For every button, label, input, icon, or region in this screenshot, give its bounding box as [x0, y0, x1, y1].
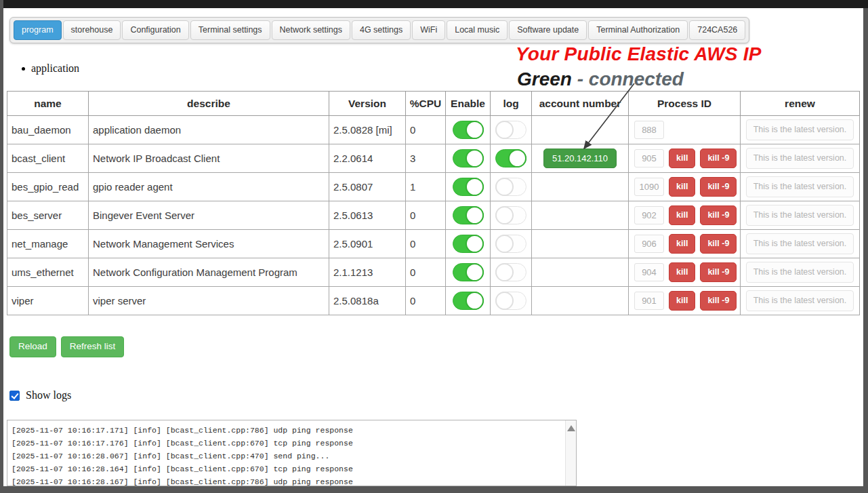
tab-label: storehouse — [71, 25, 113, 35]
log-toggle[interactable] — [495, 178, 526, 196]
kill9-button[interactable]: kill -9 — [700, 234, 737, 254]
enable-toggle[interactable] — [453, 235, 484, 253]
kill-button[interactable]: kill — [669, 177, 695, 197]
tab-label: 4G settings — [360, 25, 402, 35]
process-id-box: 905 — [634, 149, 664, 167]
log-toggle[interactable] — [495, 292, 526, 310]
toggle-knob — [466, 121, 484, 139]
table-row-net-manage: net_manage Network Management Services 2… — [7, 230, 860, 258]
kill9-button[interactable]: kill -9 — [700, 149, 737, 168]
cell-describe: application daemon — [89, 116, 329, 144]
action-buttons: Reload Refresh list — [9, 336, 124, 357]
cell-name: bes_gpio_read — [7, 173, 89, 201]
annotation-connected-word: - connected — [577, 68, 684, 90]
kill-button[interactable]: kill — [669, 234, 695, 254]
toggle-knob — [466, 149, 484, 167]
table-row-ums-ethernet: ums_ethernet Network Configuration Manag… — [7, 258, 860, 287]
cell-version: 2.5.0613 — [329, 201, 406, 230]
tab-local-music[interactable]: Local music — [447, 20, 508, 40]
tab-label: Local music — [455, 25, 499, 35]
renew-status: This is the latest version. — [746, 205, 854, 226]
cell-name: net_manage — [7, 230, 89, 258]
renew-status: This is the latest version. — [746, 233, 854, 254]
tab-terminal-authorization[interactable]: Terminal Authorization — [588, 20, 688, 40]
toggle-knob — [495, 206, 514, 224]
enable-toggle[interactable] — [453, 292, 484, 310]
bullet-icon — [22, 67, 25, 71]
tab-program[interactable]: program — [14, 20, 62, 40]
process-id-box: 901 — [634, 292, 664, 310]
show-logs-control: Show logs — [9, 389, 71, 401]
cell-cpu: 1 — [406, 173, 446, 201]
toggle-knob — [466, 263, 484, 281]
scroll-up-icon[interactable] — [567, 425, 575, 431]
log-lines: [2025-11-07 10:16:17.171] [info] [bcast_… — [7, 420, 576, 486]
reload-button[interactable]: Reload — [9, 336, 56, 357]
tab-label: WiFi — [420, 25, 437, 35]
log-line: [2025-11-07 10:16:28.167] [info] [bcast_… — [12, 475, 572, 486]
window-top-border — [3, 0, 868, 8]
kill9-button[interactable]: kill -9 — [700, 205, 737, 225]
tab-storehouse[interactable]: storehouse — [63, 20, 121, 40]
toggle-knob — [466, 178, 484, 196]
tab-terminal-settings[interactable]: Terminal settings — [190, 20, 270, 40]
enable-toggle[interactable] — [453, 121, 484, 139]
enable-toggle[interactable] — [453, 206, 484, 224]
refresh-list-button[interactable]: Refresh list — [61, 336, 125, 357]
table-header-row: namedescribeVersion%CPUEnablelogaccount … — [7, 92, 860, 116]
log-toggle[interactable] — [495, 121, 526, 139]
toggle-knob — [495, 235, 514, 253]
column-header--cpu: %CPU — [406, 92, 446, 116]
kill9-button[interactable]: kill -9 — [700, 177, 737, 197]
column-header-log: log — [491, 92, 532, 116]
tab-wifi[interactable]: WiFi — [412, 20, 445, 40]
tab-software-update[interactable]: Software update — [509, 20, 587, 40]
annotation-line2: Green - connected — [517, 68, 684, 90]
toggle-knob — [466, 235, 484, 253]
log-toggle[interactable] — [495, 263, 526, 281]
tab-724ca526[interactable]: 724CA526 — [689, 20, 745, 40]
process-id-box: 1090 — [634, 178, 664, 196]
tab-network-settings[interactable]: Network settings — [272, 20, 350, 40]
column-header-name: name — [7, 92, 89, 116]
process-id-box: 902 — [634, 206, 664, 224]
cell-cpu: 0 — [406, 258, 446, 287]
log-scrollbar[interactable] — [565, 420, 576, 486]
cell-version: 2.2.0614 — [329, 144, 406, 173]
log-toggle[interactable] — [495, 149, 526, 167]
log-toggle[interactable] — [495, 206, 526, 224]
tab-4g-settings[interactable]: 4G settings — [352, 20, 411, 40]
column-header-version: Version — [329, 92, 406, 116]
cell-name: bau_daemon — [7, 116, 89, 144]
kill9-button[interactable]: kill -9 — [700, 262, 737, 282]
toggle-knob — [495, 263, 514, 281]
enable-toggle[interactable] — [453, 263, 484, 281]
page: programstorehouseConfigurationTerminal s… — [0, 0, 868, 493]
cell-name: viper — [7, 287, 89, 315]
kill-button[interactable]: kill — [669, 149, 695, 168]
log-line: [2025-11-07 10:16:17.176] [info] [bcast_… — [12, 437, 572, 450]
renew-status: This is the latest version. — [746, 148, 854, 169]
table-row-bcast-client: bcast_client Network IP Broadcast Client… — [7, 144, 860, 173]
section-label: application — [31, 62, 79, 75]
show-logs-checkbox[interactable] — [9, 391, 20, 401]
kill-button[interactable]: kill — [669, 291, 695, 311]
enable-toggle[interactable] — [453, 149, 484, 167]
cell-name: bcast_client — [7, 144, 89, 173]
cell-name: bes_server — [7, 201, 89, 230]
tab-configuration[interactable]: Configuration — [122, 20, 188, 40]
log-toggle[interactable] — [495, 235, 526, 253]
process-id-group: 905 kill kill -9 — [634, 149, 740, 168]
kill9-button[interactable]: kill -9 — [700, 291, 737, 311]
content-area: programstorehouseConfigurationTerminal s… — [3, 8, 863, 486]
log-output[interactable]: [2025-11-07 10:16:17.171] [info] [bcast_… — [7, 420, 577, 486]
renew-status: This is the latest version. — [746, 290, 854, 311]
cell-cpu: 0 — [406, 116, 446, 144]
toggle-knob — [495, 292, 514, 310]
cell-describe: Network IP Broadcast Client — [89, 144, 329, 173]
process-id-group: 906 kill kill -9 — [634, 234, 740, 254]
kill-button[interactable]: kill — [669, 205, 695, 225]
cell-describe: viper server — [89, 287, 329, 315]
kill-button[interactable]: kill — [669, 262, 695, 282]
enable-toggle[interactable] — [453, 178, 484, 196]
